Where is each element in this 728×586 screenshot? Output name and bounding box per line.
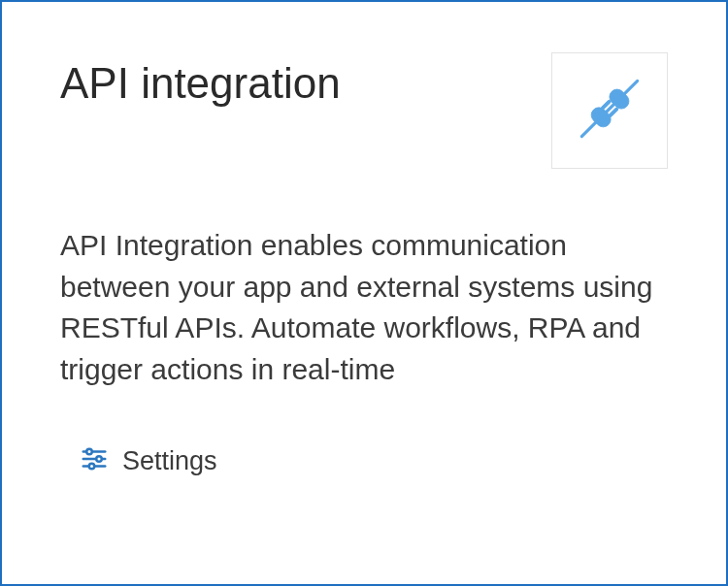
sliders-icon [80,444,109,477]
api-integration-card: API integration [0,0,728,586]
card-icon-box [551,52,668,169]
svg-point-9 [96,457,102,463]
card-description: API Integration enables communication be… [60,225,668,390]
svg-line-3 [603,102,610,109]
card-title: API integration [60,52,341,107]
card-header: API integration [60,52,668,169]
settings-label: Settings [122,446,217,476]
plug-icon [572,71,647,150]
settings-button[interactable]: Settings [60,444,217,477]
svg-point-10 [89,464,95,470]
svg-point-8 [86,449,92,455]
svg-line-0 [581,81,637,136]
svg-line-4 [611,110,617,116]
